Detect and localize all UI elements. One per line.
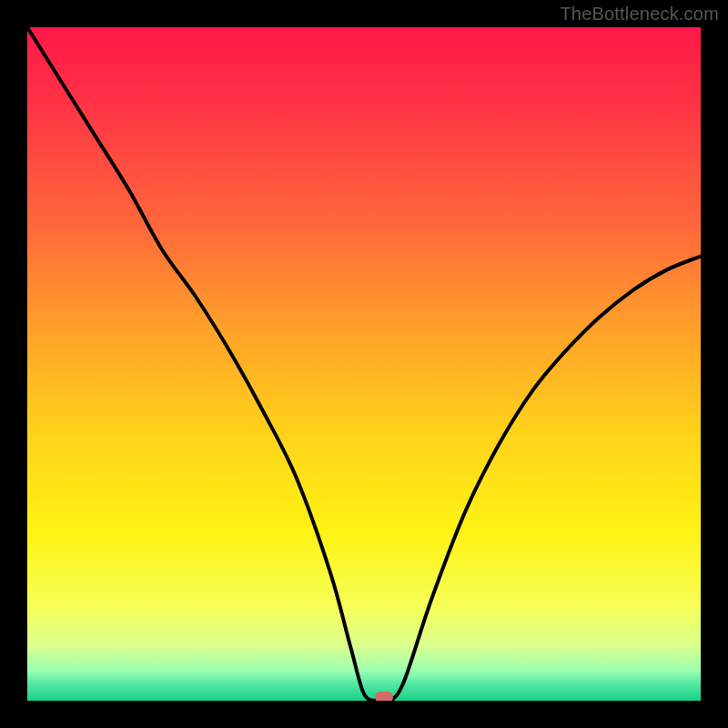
plot-area	[27, 27, 701, 701]
watermark-text: TheBottleneck.com	[560, 4, 719, 25]
bottleneck-curve	[27, 27, 701, 701]
minimum-marker	[375, 692, 393, 701]
chart-frame: TheBottleneck.com	[0, 0, 728, 728]
